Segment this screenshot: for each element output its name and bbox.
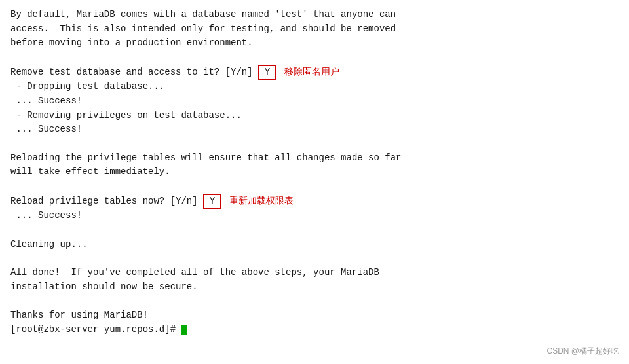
watermark: CSDN @橘子超好吃 [546,345,619,357]
drop-line-2: ... Success! [10,94,619,109]
intro-line-2: access. This is also intended only for t… [10,22,619,37]
blank-6 [10,295,619,309]
remove-db-input: Y [258,65,276,81]
cleaning-line: Cleaning up... [10,238,619,252]
shell-prompt-text: [root@zbx-server yum.repos.d]# [10,323,181,337]
remove-db-annotation: 移除匿名用户 [284,65,339,79]
reload-annotation: 重新加载权限表 [229,194,294,208]
drop-line-1: - Dropping test database... [10,80,619,94]
blank-1 [10,50,619,65]
reload-success: ... Success! [10,209,619,223]
remove-db-question-line: Remove test database and access to it? [… [10,65,619,81]
blank-3 [10,179,619,194]
reload-intro-1: Reloading the privilege tables will ensu… [10,151,619,166]
shell-prompt-line: [root@zbx-server yum.repos.d]# [10,323,619,337]
done-line-2: installation should now be secure. [10,280,619,295]
reload-input: Y [203,194,221,209]
intro-line-3: before moving into a production environm… [10,36,619,50]
drop-line-4: ... Success! [10,122,619,137]
blank-2 [10,137,619,151]
reload-question-line: Reload privilege tables now? [Y/n] Y 重新加… [10,194,619,209]
blank-5 [10,252,619,266]
drop-line-3: - Removing privileges on test database..… [10,109,619,123]
terminal-cursor [181,325,187,335]
done-line-1: All done! If you've completed all of the… [10,266,619,280]
remove-db-prompt: Remove test database and access to it? [… [10,65,258,80]
blank-4 [10,223,619,238]
intro-line-1: By default, MariaDB comes with a databas… [10,8,619,22]
thanks-line: Thanks for using MariaDB! [10,308,619,323]
terminal-window: By default, MariaDB comes with a databas… [0,0,629,364]
reload-prompt: Reload privilege tables now? [Y/n] [10,194,203,209]
reload-intro-2: will take effect immediately. [10,165,619,179]
